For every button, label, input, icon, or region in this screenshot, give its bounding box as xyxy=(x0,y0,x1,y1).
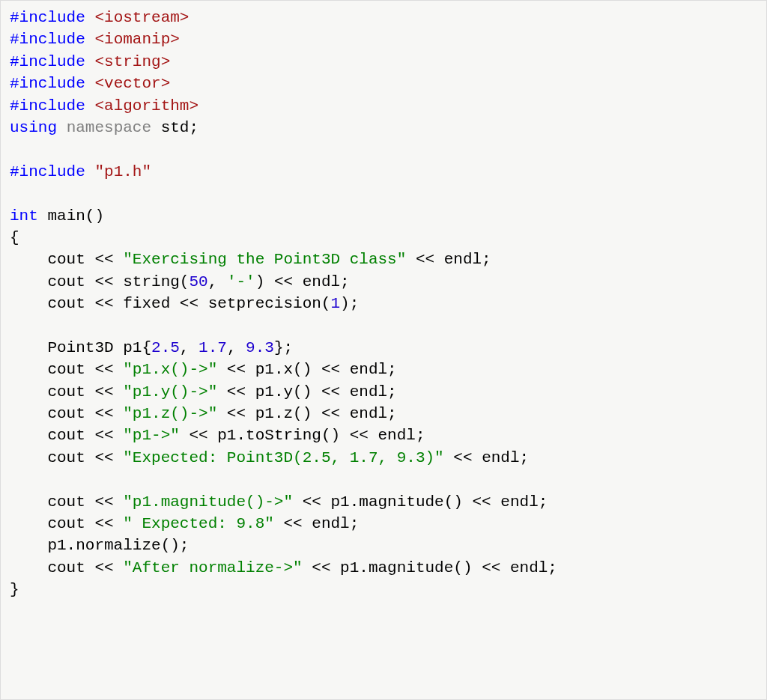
code-token: cout << xyxy=(10,405,123,422)
code-token: << p1.z() << endl; xyxy=(217,405,396,422)
code-token: "Exercising the Point3D class" xyxy=(123,251,406,268)
code-line: #include <iomanip> xyxy=(10,28,757,50)
code-token: << p1.magnitude() << endl; xyxy=(303,559,557,576)
code-line: #include <iostream> xyxy=(10,7,757,28)
code-token: '-' xyxy=(227,273,255,290)
code-token: Point3D p1{ xyxy=(10,339,151,356)
code-line xyxy=(10,314,757,336)
code-token: cout << xyxy=(10,383,123,401)
code-token: << endl; xyxy=(274,515,359,532)
code-line: cout << "p1.x()->" << p1.x() << endl; xyxy=(10,359,757,380)
code-token: #include xyxy=(10,53,94,70)
code-token: cout << xyxy=(10,559,123,576)
code-token: namespace xyxy=(67,119,161,136)
code-token: }; xyxy=(274,339,293,356)
code-token: cout << xyxy=(10,449,123,466)
code-token: 9.3 xyxy=(246,339,274,356)
code-line: cout << "p1.y()->" << p1.y() << endl; xyxy=(10,381,757,403)
code-line: cout << "Exercising the Point3D class" <… xyxy=(10,249,757,270)
code-token: , xyxy=(208,273,227,290)
code-token: << p1.magnitude() << endl; xyxy=(293,493,548,511)
code-token: cout << xyxy=(10,251,123,268)
code-line: int main() xyxy=(10,205,757,227)
code-token: ); xyxy=(340,295,359,312)
code-line: cout << "Expected: Point3D(2.5, 1.7, 9.3… xyxy=(10,447,757,469)
code-token: "Expected: Point3D(2.5, 1.7, 9.3)" xyxy=(123,449,443,466)
code-token: <iomanip> xyxy=(94,31,179,48)
code-token: ) << endl; xyxy=(255,273,350,290)
code-token: "p1.y()->" xyxy=(123,383,217,401)
code-line: Point3D p1{2.5, 1.7, 9.3}; xyxy=(10,337,757,359)
code-token: p1.normalize(); xyxy=(10,537,189,554)
code-token: 1 xyxy=(330,295,340,312)
code-token: cout << xyxy=(10,361,123,378)
code-line xyxy=(10,469,757,490)
code-token: cout << xyxy=(10,427,123,444)
code-line: #include <string> xyxy=(10,51,757,73)
code-token: <algorithm> xyxy=(94,97,198,115)
code-token: main() xyxy=(47,207,104,225)
code-line: #include "p1.h" xyxy=(10,161,757,183)
code-line: cout << string(50, '-') << endl; xyxy=(10,271,757,293)
code-line: p1.normalize(); xyxy=(10,535,757,556)
code-token: << endl; xyxy=(406,251,491,268)
code-token: cout << string( xyxy=(10,273,189,290)
code-token: "p1.z()->" xyxy=(123,405,217,422)
code-token: #include xyxy=(10,75,94,92)
code-token: #include xyxy=(10,97,94,115)
code-token: cout << xyxy=(10,515,123,532)
code-token: <string> xyxy=(94,53,170,70)
code-token: #include xyxy=(10,163,94,180)
code-token: "p1->" xyxy=(123,427,180,444)
code-token: << endl; xyxy=(444,449,529,466)
code-line: cout << "p1.z()->" << p1.z() << endl; xyxy=(10,403,757,424)
code-line: using namespace std; xyxy=(10,117,757,139)
code-token: 1.7 xyxy=(198,339,227,356)
code-token: "p1.h" xyxy=(94,163,151,180)
code-token: } xyxy=(10,581,19,598)
code-line: cout << "p1.magnitude()->" << p1.magnitu… xyxy=(10,491,757,513)
code-token: #include xyxy=(10,9,94,26)
code-line: } xyxy=(10,579,757,600)
code-token: #include xyxy=(10,31,94,48)
code-token: cout << fixed << setprecision( xyxy=(10,295,330,312)
code-line: #include <algorithm> xyxy=(10,95,757,117)
code-line xyxy=(10,183,757,204)
code-token: { xyxy=(10,229,19,246)
code-line: cout << "p1->" << p1.toString() << endl; xyxy=(10,424,757,446)
code-token: "p1.x()->" xyxy=(123,361,217,378)
code-line: cout << "After normalize->" << p1.magnit… xyxy=(10,557,757,579)
code-token: using xyxy=(10,119,67,136)
code-token: <iostream> xyxy=(94,9,189,26)
code-line: { xyxy=(10,227,757,249)
code-token: <vector> xyxy=(94,75,170,92)
code-token: << p1.toString() << endl; xyxy=(180,427,425,444)
code-token: cout << xyxy=(10,493,123,511)
code-token: , xyxy=(180,339,198,356)
code-block: #include <iostream>#include <iomanip>#in… xyxy=(10,7,757,601)
code-token: 2.5 xyxy=(151,339,180,356)
code-line: cout << fixed << setprecision(1); xyxy=(10,293,757,314)
code-token: " Expected: 9.8" xyxy=(123,515,274,532)
code-line: cout << " Expected: 9.8" << endl; xyxy=(10,513,757,535)
code-token: 50 xyxy=(189,273,207,290)
code-token: "p1.magnitude()->" xyxy=(123,493,293,511)
code-token: << p1.y() << endl; xyxy=(217,383,396,401)
code-token: std; xyxy=(161,119,198,136)
code-token: , xyxy=(227,339,246,356)
code-token: "After normalize->" xyxy=(123,559,302,576)
code-token: << p1.x() << endl; xyxy=(217,361,396,378)
code-line: #include <vector> xyxy=(10,73,757,94)
code-line xyxy=(10,139,757,160)
code-token: int xyxy=(10,207,47,225)
